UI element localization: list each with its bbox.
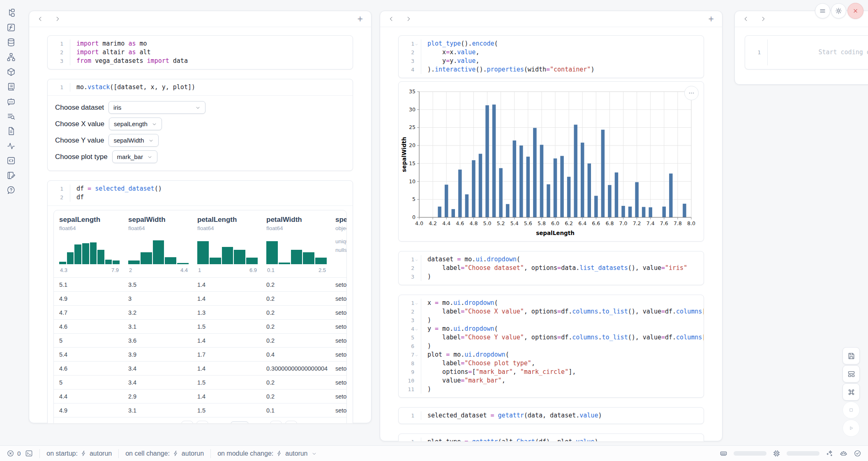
fold-chevron-icon[interactable]	[415, 353, 419, 357]
dropdown-choose-plot-type[interactable]: mark_bar	[112, 150, 157, 163]
line-number: 5	[411, 333, 414, 342]
svg-text:5.4: 5.4	[510, 220, 519, 226]
ai-assistant-icon[interactable]	[840, 449, 847, 457]
close-panel-button[interactable]	[847, 3, 863, 19]
fold-chevron-icon[interactable]	[415, 301, 419, 305]
errors-icon[interactable]	[7, 449, 14, 457]
code-editor[interactable]: 1x = mo.ui.dropdown(2 label="Choose X va…	[399, 295, 704, 397]
code-line: 5 label="Choose Y value", options=df.col…	[399, 333, 704, 342]
package-icon[interactable]	[7, 67, 16, 76]
table-row[interactable]: 4.93.11.50.1setosa	[54, 403, 346, 417]
settings-button[interactable]	[831, 3, 846, 18]
fold-chevron-icon	[415, 318, 419, 322]
code-editor[interactable]: 1plot_type = getattr(alt.Chart(df), plot…	[399, 434, 704, 441]
scroll-right-button[interactable]	[760, 16, 766, 22]
svg-text:7.0: 7.0	[619, 220, 628, 226]
table-row[interactable]: 4.63.41.40.30000000000000004setosa	[54, 361, 346, 375]
code-editor[interactable]: 1 Start coding or generate with	[745, 36, 868, 69]
activity-icon[interactable]	[7, 141, 16, 150]
dropdown-choose-x-value[interactable]: sepalLength	[109, 118, 162, 130]
code-editor[interactable]: 1import marimo as mo2import altair as al…	[48, 36, 353, 69]
code-editor[interactable]: 1mo.vstack([dataset, x, y, plot])	[48, 79, 353, 96]
column-header-species[interactable]: speciesobjectunique:nulls:	[330, 216, 346, 277]
code-editor[interactable]: 1plot_type().encode(2 x=x.value,3 y=y.va…	[399, 36, 704, 78]
code-line: 2 label="Choose dataset", options=data.l…	[399, 264, 704, 272]
fold-chevron-icon[interactable]	[415, 258, 419, 261]
column-header-petalWidth[interactable]: petalWidthfloat640.12.5	[261, 216, 330, 277]
activity-rail	[0, 8, 22, 195]
line-number: 2	[411, 307, 414, 316]
code-editor[interactable]: 1selected_dataset = getattr(data, datase…	[399, 408, 704, 424]
script-icon[interactable]	[7, 82, 16, 91]
table-cell: setosa	[330, 323, 346, 330]
first-page-button[interactable]: «	[181, 421, 193, 423]
fold-chevron-icon	[415, 362, 419, 365]
bar-chart[interactable]: 4.04.24.44.64.85.05.25.45.65.86.06.26.46…	[400, 86, 703, 240]
code-line: 1df = selected_dataset()	[48, 184, 353, 193]
notebook-icon[interactable]	[7, 171, 16, 180]
runtime-setting-on-module-change[interactable]: on module change:autorun	[217, 450, 316, 457]
search-list-icon[interactable]	[7, 112, 16, 121]
table-cell: setosa	[330, 309, 346, 316]
line-number: 2	[411, 264, 414, 272]
function-icon[interactable]	[7, 23, 16, 32]
last-page-button[interactable]: »	[285, 421, 297, 423]
run-button[interactable]	[843, 420, 860, 437]
code-line: 4).interactive().properties(width="conta…	[399, 65, 704, 74]
svg-text:4.0: 4.0	[415, 220, 423, 226]
table-cell: 5.1	[54, 281, 123, 288]
code-snippet-icon[interactable]	[7, 156, 16, 165]
document-icon[interactable]	[7, 127, 16, 136]
menu-button[interactable]	[815, 3, 830, 18]
line-number: 8	[411, 359, 414, 368]
table-row[interactable]: 5.43.91.70.4setosa	[54, 347, 346, 361]
code-line: 1x = mo.ui.dropdown(	[399, 299, 704, 307]
prev-page-button[interactable]: ‹	[196, 421, 208, 423]
scroll-left-button[interactable]	[743, 16, 749, 22]
column-header-sepalWidth[interactable]: sepalWidthfloat6424.4	[123, 216, 192, 277]
add-cell-button[interactable]: +	[709, 14, 714, 24]
table-row[interactable]: 53.61.40.2setosa	[54, 333, 346, 347]
table-row[interactable]: 4.42.91.40.2setosa	[54, 389, 346, 403]
scroll-right-button[interactable]	[406, 16, 411, 22]
code-editor[interactable]: 1df = selected_dataset()2df	[48, 181, 353, 206]
file-tree-icon[interactable]	[7, 8, 16, 17]
table-row[interactable]: 53.41.50.2setosa	[54, 375, 346, 389]
help-icon[interactable]	[7, 186, 16, 195]
scroll-left-button[interactable]	[388, 16, 394, 22]
download-button[interactable]: Download	[305, 423, 342, 424]
next-page-button[interactable]: ›	[270, 421, 282, 423]
svg-text:5.2: 5.2	[497, 220, 505, 226]
add-cell-button[interactable]: +	[358, 14, 363, 24]
svg-text:7.2: 7.2	[633, 220, 641, 226]
save-button[interactable]	[843, 347, 860, 364]
chart-options-button[interactable]	[684, 86, 699, 100]
scroll-left-button[interactable]	[37, 16, 43, 22]
dropdown-choose-y-value[interactable]: sepalWidth	[108, 134, 158, 147]
dropdown-choose-dataset[interactable]: iris	[108, 101, 205, 114]
shortcuts-button[interactable]	[843, 383, 860, 401]
layout-toggle-button[interactable]	[843, 365, 860, 383]
status-bar: 0 on startup:autorunon cell change:autor…	[0, 445, 868, 461]
runtime-setting-on-startup[interactable]: on startup:autorun	[46, 450, 112, 457]
table-row[interactable]: 4.73.21.30.2setosa	[54, 305, 346, 319]
svg-text:5.8: 5.8	[538, 220, 546, 226]
connection-status-icon[interactable]	[854, 449, 861, 457]
fold-chevron-icon[interactable]	[415, 42, 419, 46]
scroll-right-button[interactable]	[55, 16, 60, 22]
stop-button[interactable]	[843, 401, 860, 419]
column-header-sepalLength[interactable]: sepalLengthfloat644.37.9	[54, 216, 123, 277]
table-row[interactable]: 4.931.40.2setosa	[54, 291, 346, 305]
column-header-petalLength[interactable]: petalLengthfloat6416.9	[192, 216, 261, 277]
page-select[interactable]: 1	[231, 422, 249, 424]
table-row[interactable]: 5.13.51.40.2setosa	[54, 277, 346, 291]
database-icon[interactable]	[7, 38, 16, 47]
code-editor[interactable]: 1dataset = mo.ui.dropdown(2 label="Choos…	[399, 251, 704, 285]
chat-bot-icon[interactable]	[7, 97, 16, 106]
runtime-setting-on-cell-change[interactable]: on cell change:autorun	[125, 450, 204, 457]
org-chart-icon[interactable]	[7, 53, 16, 62]
terminal-icon[interactable]	[25, 449, 33, 457]
table-row[interactable]: 4.63.11.50.2setosa	[54, 319, 346, 333]
sparkles-icon[interactable]	[826, 449, 833, 457]
fold-chevron-icon[interactable]	[415, 327, 419, 331]
